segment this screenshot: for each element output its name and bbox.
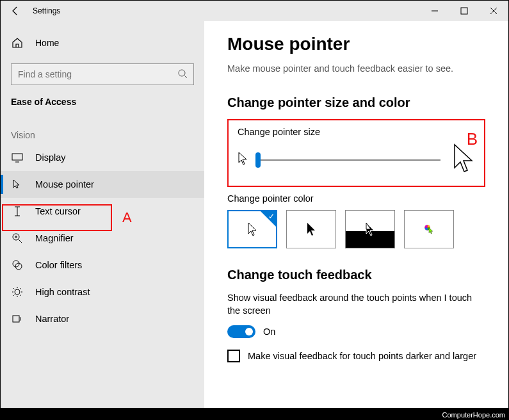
cursor-small-icon (238, 152, 248, 168)
nav-high-contrast[interactable]: High contrast (1, 279, 204, 305)
close-icon (490, 7, 497, 15)
pointer-color-custom[interactable] (404, 210, 454, 248)
nav-item-label: Display (35, 152, 66, 163)
pointer-color-black[interactable] (286, 210, 336, 248)
back-button[interactable] (1, 1, 30, 21)
slider-track (255, 159, 440, 161)
nav-display[interactable]: Display (1, 144, 204, 171)
section-size-color: Change pointer size and color (227, 95, 485, 110)
svg-rect-1 (461, 8, 467, 14)
svg-line-12 (19, 239, 22, 243)
nav-text-cursor[interactable]: Text cursor (1, 198, 204, 225)
svg-line-24 (13, 295, 15, 296)
pointer-icon (11, 179, 24, 190)
annotation-label-b: B (467, 129, 478, 149)
color-filters-icon (11, 259, 24, 271)
svg-point-16 (15, 263, 22, 270)
nav-item-label: Narrator (35, 314, 69, 324)
pointer-size-label: Change pointer size (238, 127, 475, 137)
svg-line-22 (13, 288, 15, 289)
nav-home[interactable]: Home (1, 30, 204, 56)
darker-larger-checkbox[interactable] (227, 350, 240, 362)
footer-credit: ComputerHope.com (442, 411, 505, 419)
magnifier-icon (11, 232, 24, 244)
maximize-icon (460, 7, 468, 15)
svg-point-17 (15, 289, 20, 295)
main-panel: Mouse pointer Make mouse pointer and tou… (204, 21, 508, 408)
checkbox-label: Make visual feedback for touch points da… (248, 350, 476, 362)
nav-narrator[interactable]: Narrator (1, 305, 204, 332)
toggle-state-label: On (263, 325, 275, 338)
pointer-color-white[interactable]: ✓ (227, 210, 277, 248)
display-icon (11, 152, 24, 163)
category-label: Ease of Access (11, 97, 194, 107)
maximize-button[interactable] (449, 1, 479, 21)
nav-home-label: Home (35, 38, 59, 48)
page-subtitle: Make mouse pointer and touch feedback ea… (227, 63, 485, 74)
pointer-color-inverted[interactable] (345, 210, 395, 248)
nav-mouse-pointer[interactable]: Mouse pointer (1, 171, 204, 198)
nav-magnifier[interactable]: Magnifier (1, 225, 204, 252)
touch-feedback-text: Show visual feedback around the touch po… (227, 291, 485, 318)
annotation-label-a: A (122, 209, 132, 226)
nav-item-label: Color filters (35, 260, 82, 270)
group-vision: Vision (11, 130, 194, 140)
svg-line-25 (20, 288, 22, 289)
section-touch: Change touch feedback (227, 268, 485, 282)
close-button[interactable] (479, 1, 508, 21)
home-icon (11, 37, 24, 49)
narrator-icon (11, 313, 24, 325)
svg-point-4 (179, 70, 185, 76)
svg-rect-26 (13, 316, 19, 322)
minimize-icon (431, 7, 439, 15)
minimize-button[interactable] (420, 1, 449, 21)
pointer-color-label: Change pointer color (227, 193, 485, 204)
nav-item-label: Mouse pointer (35, 179, 94, 190)
search-input[interactable] (11, 63, 194, 85)
nav-item-label: High contrast (35, 287, 90, 297)
touch-feedback-toggle[interactable] (227, 325, 255, 338)
svg-line-5 (184, 76, 187, 78)
arrow-left-icon (10, 6, 20, 16)
pointer-size-slider[interactable] (255, 152, 440, 168)
search-icon (177, 69, 188, 81)
svg-line-23 (20, 295, 22, 296)
sidebar: Home Ease of Access Vision Display Mouse… (1, 21, 204, 408)
high-contrast-icon (11, 286, 24, 298)
page-title: Mouse pointer (227, 34, 485, 54)
annotation-box-b: Change pointer size B (227, 119, 485, 187)
svg-point-15 (13, 261, 19, 267)
nav-item-label: Text cursor (35, 206, 81, 216)
text-cursor-icon (11, 206, 24, 217)
check-icon: ✓ (268, 212, 275, 221)
nav-item-label: Magnifier (35, 233, 74, 243)
nav-color-filters[interactable]: Color filters (1, 252, 204, 279)
slider-thumb[interactable] (255, 152, 261, 168)
svg-rect-6 (12, 154, 22, 160)
window-title: Settings (33, 6, 60, 15)
